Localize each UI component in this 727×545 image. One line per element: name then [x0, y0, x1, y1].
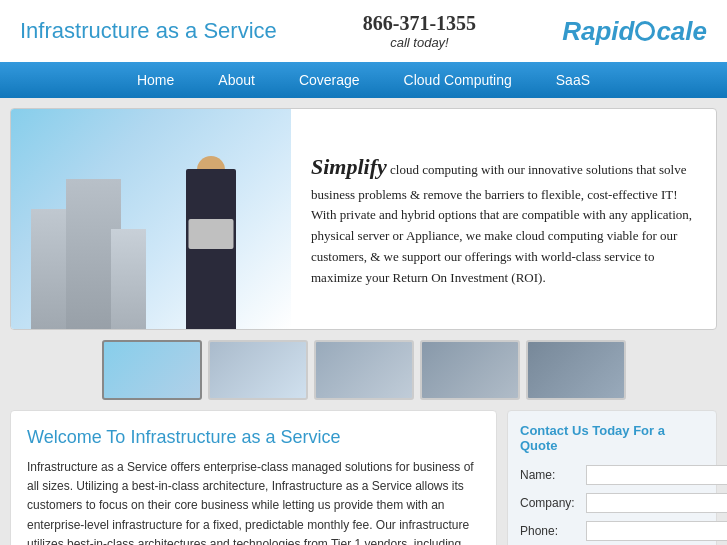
welcome-body: Infrastructure as a Service offers enter… — [27, 458, 480, 545]
welcome-heading: Welcome To Infrastructure as a Service — [27, 427, 480, 448]
contact-heading: Contact Us Today For a Quote — [520, 423, 704, 453]
nav-about[interactable]: About — [196, 62, 277, 98]
nav: Home About Coverage Cloud Computing SaaS — [0, 62, 727, 98]
bottom-section: Welcome To Infrastructure as a Service I… — [10, 410, 717, 545]
logo: Rapid cale — [562, 16, 707, 47]
banner: Simplify cloud computing with our innova… — [10, 108, 717, 330]
building3-decoration — [111, 229, 146, 329]
phone-row: Phone: — [520, 521, 704, 541]
thumbnail-2[interactable] — [208, 340, 308, 400]
phone-block: 866-371-1355 call today! — [363, 12, 476, 50]
banner-paragraph: Simplify cloud computing with our innova… — [311, 149, 696, 288]
banner-image — [11, 109, 291, 329]
person-laptop — [189, 219, 234, 249]
thumbnail-4[interactable] — [420, 340, 520, 400]
header: Infrastructure as a Service 866-371-1355… — [0, 0, 727, 62]
banner-text: Simplify cloud computing with our innova… — [291, 109, 716, 329]
name-input[interactable] — [586, 465, 727, 485]
contact-box: Contact Us Today For a Quote Name: Compa… — [507, 410, 717, 545]
building1-decoration — [31, 209, 71, 329]
main-content: Welcome To Infrastructure as a Service I… — [10, 410, 497, 545]
thumbnails — [10, 340, 717, 400]
company-label: Company: — [520, 496, 580, 510]
nav-cloud-computing[interactable]: Cloud Computing — [382, 62, 534, 98]
sidebar: Contact Us Today For a Quote Name: Compa… — [507, 410, 717, 545]
phone-input[interactable] — [586, 521, 727, 541]
name-label: Name: — [520, 468, 580, 482]
thumbnail-3[interactable] — [314, 340, 414, 400]
logo-circle-icon — [635, 21, 655, 41]
nav-saas[interactable]: SaaS — [534, 62, 612, 98]
thumbnail-1[interactable] — [102, 340, 202, 400]
logo-scale: cale — [656, 16, 707, 47]
thumbnail-5[interactable] — [526, 340, 626, 400]
call-today: call today! — [363, 35, 476, 50]
name-row: Name: — [520, 465, 704, 485]
company-input[interactable] — [586, 493, 727, 513]
nav-home[interactable]: Home — [115, 62, 196, 98]
person-figure — [161, 139, 261, 329]
company-row: Company: — [520, 493, 704, 513]
phone-label: Phone: — [520, 524, 580, 538]
site-title: Infrastructure as a Service — [20, 18, 277, 44]
logo-rapid: Rapid — [562, 16, 634, 47]
banner-simplify: Simplify — [311, 154, 387, 179]
person-body — [186, 169, 236, 329]
banner-body: cloud computing with our innovative solu… — [311, 162, 692, 284]
phone-number: 866-371-1355 — [363, 12, 476, 35]
nav-coverage[interactable]: Coverage — [277, 62, 382, 98]
